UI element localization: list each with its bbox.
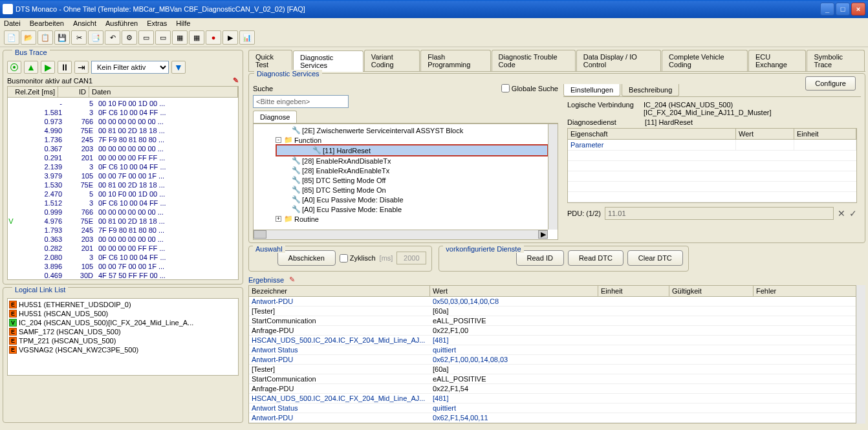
search-input[interactable] [253,95,349,108]
link-item[interactable]: EHU5S1 (ETHERNET_UDSDOIP_0) [9,300,237,309]
filter-select[interactable]: Kein Filter aktiv [91,61,169,74]
result-row[interactable]: Antwort Statusquittiert [249,345,865,355]
trace-row[interactable]: 0.97376600 00 00 00 00 00 ... [8,117,238,126]
trace-row[interactable]: 3.97910500 00 7F 00 00 1F ... [8,171,238,180]
trace-row[interactable]: 1.7362457F F9 80 81 80 80 ... [8,135,238,144]
clear-dtc-button[interactable]: Clear DTC [627,250,683,266]
trace-row[interactable]: 0.46930D4F 57 50 FF FF 00 ... [8,271,238,280]
layout-icon[interactable]: ▦ [172,30,188,45]
trace-row[interactable]: 0.36720300 00 00 00 00 00 ... [8,144,238,153]
trace-row[interactable]: 4.99075E00 81 00 2D 18 18 ... [8,126,238,135]
props-table[interactable]: Eigenschaft Wert Einheit Parameter [567,128,857,203]
chart-icon[interactable]: 📊 [239,30,255,45]
result-row[interactable]: [Tester][60a] [249,365,865,374]
tree-item[interactable]: 🔧[A0] Ecu Passive Mode: Enable [256,204,555,214]
menu-datei[interactable]: Datei [4,19,21,27]
link-item[interactable]: ETPM_221 (HSCAN_UDS_500) [9,336,237,345]
menu-ansicht[interactable]: Ansicht [73,19,96,27]
wand-icon[interactable]: ✎ [233,76,239,85]
menu-extras[interactable]: Extras [147,19,167,27]
trace-row[interactable]: 0.29120100 00 00 00 FF FF ... [8,153,238,162]
window-icon[interactable]: ▭ [138,30,154,45]
cycle-ms-input[interactable] [396,252,426,264]
pdu-input[interactable] [605,207,834,220]
record-icon[interactable]: ● [206,30,221,45]
col-einheit[interactable]: Einheit [598,286,669,296]
tab-quick-test[interactable]: Quick Test [248,50,292,71]
result-row[interactable]: Anfrage-PDU0x22,F1,00 [249,326,865,336]
trace-row[interactable]: 0.28220100 00 00 00 FF FF ... [8,244,238,253]
tab-diagnostic-trouble-code[interactable]: Diagnostic Trouble Code [492,50,576,71]
results-grid[interactable]: Bezeichner Wert Einheit Gültigkeit Fehle… [248,285,865,424]
zyklisch-checkbox[interactable]: Zyklisch [340,254,376,263]
minimize-button[interactable]: _ [820,3,834,16]
read-dtc-button[interactable]: Read DTC [568,250,624,266]
link-item[interactable]: ESAMF_172 (HSCAN_UDS_500) [9,327,237,336]
col-relzeit[interactable]: Rel.Zeit [ms] [8,87,58,97]
tree-item[interactable]: 🔧[11] HardReset [276,144,548,156]
diagnose-tab[interactable]: Diagnose [253,111,297,123]
open-icon[interactable]: 📂 [21,30,36,45]
trace-row[interactable]: 1.58130F C6 10 00 04 FF ... [8,108,238,117]
tab-variant-coding[interactable]: Variant Coding [364,50,420,71]
globale-suche-checkbox[interactable]: Globale Suche [501,84,558,92]
new-icon[interactable]: 📄 [4,30,19,45]
trace-grid[interactable]: Rel.Zeit [ms] ID Daten -500 10 F0 00 1D … [7,86,239,280]
maximize-button[interactable]: □ [836,3,850,16]
prop-parameter[interactable]: Parameter [568,140,736,151]
col-id[interactable]: ID [58,87,89,97]
paste-icon[interactable]: 📑 [88,30,103,45]
col-wert[interactable]: Wert [430,286,598,296]
tab-beschreibung[interactable]: Beschreibung [622,84,679,96]
col-fehler[interactable]: Fehler [754,286,865,296]
play-icon[interactable]: ▶ [41,61,55,74]
link-item[interactable]: EVGSNAG2 (HSCAN_KW2C3PE_500) [9,345,237,354]
layout2-icon[interactable]: ▦ [189,30,204,45]
cut-icon[interactable]: ✂ [71,30,87,45]
tab-data-display-io-control[interactable]: Data Display / IO Control [576,50,661,71]
result-row[interactable]: Antwort-PDU0x50,03,00,14,00,C8 [249,297,865,306]
result-row[interactable]: Antwort Statusquittiert [249,403,865,413]
save-icon[interactable]: 💾 [54,30,70,45]
tab-diagnostic-services[interactable]: Diagnostic Services [293,50,363,72]
col-bezeichner[interactable]: Bezeichner [249,286,430,296]
tab-ecu-exchange[interactable]: ECU Exchange [748,50,807,71]
result-row[interactable]: StartCommunicationeALL_POSITIVE [249,316,865,326]
trace-row[interactable]: -500 10 F0 00 1D 00 ... [8,99,238,108]
result-row[interactable]: HSCAN_UDS_500.IC_204.IC_FX_204_Mid_Line_… [249,336,865,345]
tab-einstellungen[interactable]: Einstellungen [563,84,620,96]
tab-complete-vehicle-coding[interactable]: Complete Vehicle Coding [662,50,748,71]
trace-row[interactable]: 1.51230F C6 10 00 04 FF ... [8,199,238,208]
result-row[interactable]: StartCommunicationeALL_POSITIVE [249,374,865,384]
tree-item[interactable]: 🔧[A0] Ecu Passive Mode: Disable [256,195,555,204]
tree-vscroll[interactable] [548,124,558,230]
filter-icon[interactable]: ▼ [171,61,186,74]
link-item[interactable]: EHU5S1 (HSCAN_UDS_500) [9,309,237,318]
col-daten[interactable]: Daten [89,87,238,97]
menu-bearbeiten[interactable]: Bearbeiten [30,19,64,27]
tree-hscroll[interactable]: ▶ [254,230,548,239]
tree-item[interactable]: +📁Routine [256,214,555,224]
trace-row[interactable]: 0.99976600 00 00 00 00 00 ... [8,208,238,217]
result-row[interactable]: Anfrage-PDU0x22,F1,54 [249,384,865,394]
tree-item[interactable]: 🔧[85] DTC Setting Mode On [256,185,555,195]
result-row[interactable]: HSCAN_UDS_500.IC_204.IC_FX_204_Mid_Line_… [249,394,865,403]
result-row[interactable]: Antwort-PDU0x62,F1,00,00,14,08,03 [249,355,865,365]
window2-icon[interactable]: ▭ [155,30,171,45]
check-icon[interactable]: ✓ [849,208,857,219]
play-icon[interactable]: ▶ [222,30,238,45]
result-row[interactable]: Antwort-PDU0x62,F1,54,00,11 [249,413,865,423]
trace-row[interactable]: V4.97675E00 81 00 2D 18 18 ... [8,217,238,226]
undo-icon[interactable]: ↶ [105,30,120,45]
clear-icon[interactable]: ✕ [838,208,845,219]
pause-icon[interactable]: ⏸ [58,61,72,74]
diagnose-tree[interactable]: 🔧[2E] Zwischenwerte Serviceintervall ASS… [253,124,558,240]
trace-row[interactable]: 2.08030F C6 10 00 04 FF ... [8,253,238,262]
trace-row[interactable]: 3.89610500 00 7F 00 00 1F ... [8,262,238,271]
wand-icon[interactable]: ✎ [289,275,295,284]
menu-ausfuehren[interactable]: Ausführen [105,19,138,27]
tab-symbolic-trace[interactable]: Symbolic Trace [807,50,865,71]
menu-hilfe[interactable]: Hilfe [176,19,190,27]
copy-icon[interactable]: 📋 [38,30,53,45]
stop-upload-icon[interactable]: ▲ [24,61,38,74]
